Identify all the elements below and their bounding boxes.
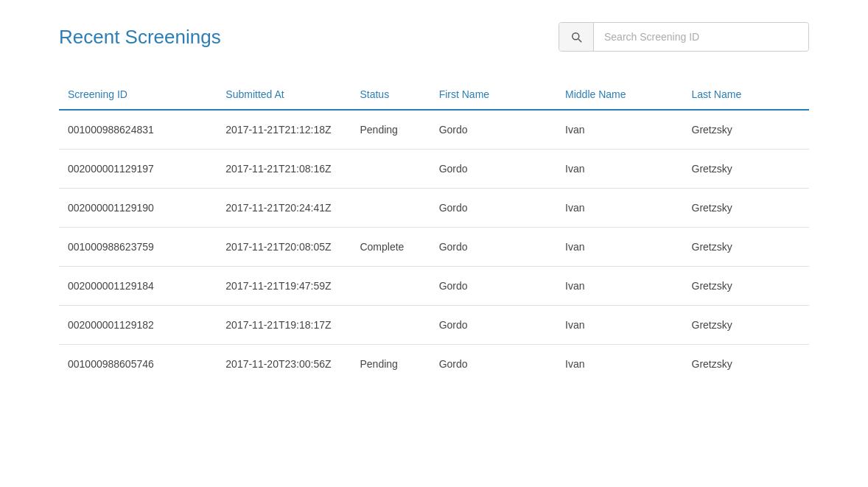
- middle-name-cell: Ivan: [556, 110, 682, 150]
- header-row: Screening ID Submitted At Status First N…: [59, 81, 809, 110]
- last-name-cell: Gretzsky: [683, 110, 810, 150]
- middle-name-cell: Ivan: [556, 345, 682, 384]
- screenings-table: Screening ID Submitted At Status First N…: [59, 81, 809, 383]
- status-cell: Complete: [351, 228, 430, 267]
- status-cell: [351, 267, 430, 306]
- middle-name-cell: Ivan: [556, 228, 682, 267]
- table-row[interactable]: 0010009886057462017-11-20T23:00:56ZPendi…: [59, 345, 809, 384]
- search-input[interactable]: [594, 24, 808, 50]
- submitted-at-cell: 2017-11-21T21:12:18Z: [217, 110, 351, 150]
- last-name-cell: Gretzsky: [683, 150, 810, 189]
- status-cell: Pending: [351, 345, 430, 384]
- first-name-cell: Gordo: [430, 267, 556, 306]
- first-name-cell: Gordo: [430, 150, 556, 189]
- page-title: Recent Screenings: [59, 26, 221, 49]
- submitted-at-cell: 2017-11-21T19:47:59Z: [217, 267, 351, 306]
- table-row[interactable]: 0020000011291902017-11-21T20:24:41ZGordo…: [59, 189, 809, 228]
- screening-id-cell: 002000001129184: [59, 267, 217, 306]
- last-name-cell: Gretzsky: [683, 228, 810, 267]
- first-name-cell: Gordo: [430, 306, 556, 345]
- search-icon: [559, 23, 594, 51]
- table-container: Screening ID Submitted At Status First N…: [59, 81, 809, 383]
- col-header-submitted-at: Submitted At: [217, 81, 351, 110]
- screening-id-cell: 001000988623759: [59, 228, 217, 267]
- table-row[interactable]: 0010009886248312017-11-21T21:12:18ZPendi…: [59, 110, 809, 150]
- first-name-cell: Gordo: [430, 228, 556, 267]
- page-container: Recent Screenings Screening ID Submitted…: [0, 0, 868, 405]
- status-cell: [351, 189, 430, 228]
- col-header-middle-name: Middle Name: [556, 81, 682, 110]
- table-row[interactable]: 0020000011291972017-11-21T21:08:16ZGordo…: [59, 150, 809, 189]
- screening-id-cell: 002000001129197: [59, 150, 217, 189]
- col-header-last-name: Last Name: [683, 81, 810, 110]
- table-row[interactable]: 0020000011291842017-11-21T19:47:59ZGordo…: [59, 267, 809, 306]
- screening-id-cell: 002000001129190: [59, 189, 217, 228]
- col-header-status: Status: [351, 81, 430, 110]
- first-name-cell: Gordo: [430, 189, 556, 228]
- first-name-cell: Gordo: [430, 110, 556, 150]
- submitted-at-cell: 2017-11-20T23:00:56Z: [217, 345, 351, 384]
- screening-id-cell: 001000988605746: [59, 345, 217, 384]
- submitted-at-cell: 2017-11-21T19:18:17Z: [217, 306, 351, 345]
- last-name-cell: Gretzsky: [683, 345, 810, 384]
- first-name-cell: Gordo: [430, 345, 556, 384]
- table-row[interactable]: 0020000011291822017-11-21T19:18:17ZGordo…: [59, 306, 809, 345]
- screening-id-cell: 001000988624831: [59, 110, 217, 150]
- last-name-cell: Gretzsky: [683, 306, 810, 345]
- col-header-screening-id: Screening ID: [59, 81, 217, 110]
- table-header: Screening ID Submitted At Status First N…: [59, 81, 809, 110]
- col-header-first-name: First Name: [430, 81, 556, 110]
- middle-name-cell: Ivan: [556, 150, 682, 189]
- last-name-cell: Gretzsky: [683, 267, 810, 306]
- submitted-at-cell: 2017-11-21T20:24:41Z: [217, 189, 351, 228]
- status-cell: Pending: [351, 110, 430, 150]
- header-row: Recent Screenings: [59, 22, 809, 52]
- status-cell: [351, 150, 430, 189]
- middle-name-cell: Ivan: [556, 267, 682, 306]
- middle-name-cell: Ivan: [556, 189, 682, 228]
- screening-id-cell: 002000001129182: [59, 306, 217, 345]
- submitted-at-cell: 2017-11-21T20:08:05Z: [217, 228, 351, 267]
- search-container: [559, 22, 809, 52]
- status-cell: [351, 306, 430, 345]
- table-body: 0010009886248312017-11-21T21:12:18ZPendi…: [59, 110, 809, 383]
- submitted-at-cell: 2017-11-21T21:08:16Z: [217, 150, 351, 189]
- table-row[interactable]: 0010009886237592017-11-21T20:08:05ZCompl…: [59, 228, 809, 267]
- last-name-cell: Gretzsky: [683, 189, 810, 228]
- middle-name-cell: Ivan: [556, 306, 682, 345]
